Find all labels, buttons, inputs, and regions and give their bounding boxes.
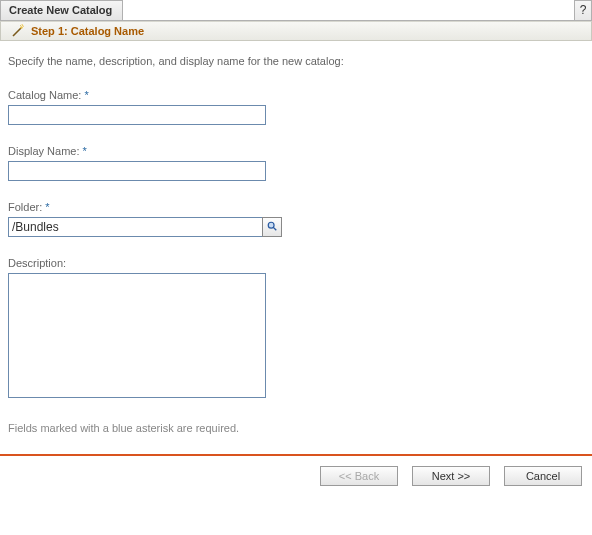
required-footnote: Fields marked with a blue asterisk are r… xyxy=(8,422,584,434)
catalog-name-label: Catalog Name: * xyxy=(8,89,584,101)
cancel-button[interactable]: Cancel xyxy=(504,466,582,486)
back-button[interactable]: << Back xyxy=(320,466,398,486)
catalog-name-input[interactable] xyxy=(8,105,266,125)
field-description: Description: xyxy=(8,257,584,400)
required-mark: * xyxy=(45,201,49,213)
field-catalog-name: Catalog Name: * xyxy=(8,89,584,125)
help-button[interactable]: ? xyxy=(574,0,592,20)
tab-spacer xyxy=(123,0,574,20)
required-mark: * xyxy=(83,145,87,157)
next-button[interactable]: Next >> xyxy=(412,466,490,486)
description-label: Description: xyxy=(8,257,584,269)
wizard-buttons: << Back Next >> Cancel xyxy=(0,456,592,492)
title-tab-row: Create New Catalog ? xyxy=(0,0,592,21)
intro-text: Specify the name, description, and displ… xyxy=(8,55,584,67)
svg-line-3 xyxy=(273,227,276,230)
field-display-name: Display Name: * xyxy=(8,145,584,181)
display-name-label: Display Name: * xyxy=(8,145,584,157)
svg-point-2 xyxy=(268,222,274,228)
field-folder: Folder: * xyxy=(8,201,584,237)
dialog-title: Create New Catalog xyxy=(9,4,112,16)
folder-label: Folder: * xyxy=(8,201,584,213)
display-name-input[interactable] xyxy=(8,161,266,181)
description-textarea[interactable] xyxy=(8,273,266,398)
step-bar: Step 1: Catalog Name xyxy=(0,21,592,41)
folder-input[interactable] xyxy=(8,217,262,237)
dialog-title-tab: Create New Catalog xyxy=(0,0,123,20)
magnifier-icon xyxy=(266,220,278,234)
help-icon: ? xyxy=(580,3,587,17)
required-mark: * xyxy=(84,89,88,101)
browse-folder-button[interactable] xyxy=(262,217,282,237)
svg-line-0 xyxy=(13,28,21,36)
wand-icon xyxy=(11,24,25,38)
step-title: Step 1: Catalog Name xyxy=(31,25,144,37)
svg-point-1 xyxy=(20,26,22,28)
content-area: Specify the name, description, and displ… xyxy=(0,41,592,444)
